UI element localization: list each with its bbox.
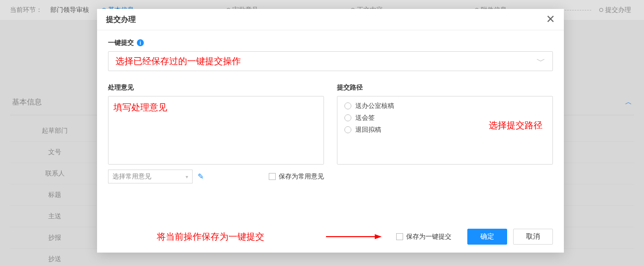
chevron-down-icon: ▾ xyxy=(186,174,188,179)
save-one-click-label: 保存为一键提交 xyxy=(406,232,451,241)
save-one-click-checkbox[interactable] xyxy=(396,233,403,240)
confirm-button-label: 确定 xyxy=(480,232,494,241)
route-option-label: 送会签 xyxy=(355,113,375,122)
chevron-down-icon: ﹀ xyxy=(537,55,545,67)
common-opinion-select[interactable]: 选择常用意见 ▾ xyxy=(108,170,193,183)
opinion-textarea[interactable]: 填写处理意见 xyxy=(108,96,324,165)
one-click-placeholder: 选择已经保存过的一键提交操作 xyxy=(115,55,241,67)
common-opinion-select-text: 选择常用意见 xyxy=(112,172,151,181)
confirm-button[interactable]: 确定 xyxy=(467,229,507,245)
submit-dialog: 提交办理 ✕ 一键提交 i 选择已经保存过的一键提交操作 ﹀ 处理意见 填写处理… xyxy=(97,9,564,253)
route-option-label: 退回拟稿 xyxy=(355,125,381,134)
route-box: 送办公室核稿 送会签 退回拟稿 选择提交路径 xyxy=(337,96,553,165)
one-click-select[interactable]: 选择已经保存过的一键提交操作 ﹀ xyxy=(108,51,553,71)
opinion-placeholder: 填写处理意见 xyxy=(113,102,167,112)
radio-icon xyxy=(344,102,351,109)
cancel-button-label: 取消 xyxy=(526,232,540,241)
route-option[interactable]: 送会签 xyxy=(344,113,545,122)
modal-title: 提交办理 xyxy=(106,15,136,24)
radio-icon xyxy=(344,126,351,133)
radio-icon xyxy=(344,114,351,121)
save-common-checkbox[interactable] xyxy=(269,173,276,180)
route-label: 提交路径 xyxy=(337,83,553,92)
route-option-label: 送办公室核稿 xyxy=(355,101,394,110)
opinion-label: 处理意见 xyxy=(108,83,324,92)
close-icon[interactable]: ✕ xyxy=(546,14,555,25)
cancel-button[interactable]: 取消 xyxy=(513,229,553,245)
route-option[interactable]: 退回拟稿 xyxy=(344,125,545,134)
edit-icon[interactable]: ✎ xyxy=(198,172,204,181)
route-option[interactable]: 送办公室核稿 xyxy=(344,101,545,110)
one-click-label-text: 一键提交 xyxy=(108,38,134,47)
save-common-label: 保存为常用意见 xyxy=(279,172,324,181)
one-click-label: 一键提交 i xyxy=(108,38,553,47)
modal-header: 提交办理 ✕ xyxy=(97,9,564,30)
info-icon[interactable]: i xyxy=(137,39,144,46)
